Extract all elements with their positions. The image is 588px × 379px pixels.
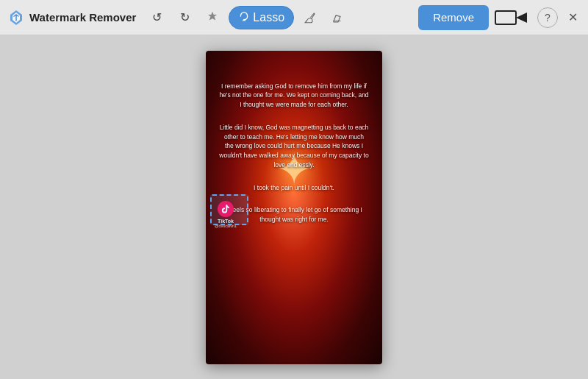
- svg-marker-1: [516, 13, 527, 23]
- arrow-indicator: [495, 7, 527, 28]
- redo-icon: ↻: [180, 10, 190, 24]
- canvas-area: I remember asking God to remove him from…: [0, 35, 588, 379]
- eraser-tool-button[interactable]: [326, 6, 350, 29]
- undo-button[interactable]: ↺: [145, 6, 168, 29]
- lasso-selection: [210, 194, 248, 225]
- image-background: I remember asking God to remove him from…: [206, 51, 382, 364]
- redo-button[interactable]: ↻: [173, 6, 196, 29]
- undo-icon: ↺: [152, 10, 162, 24]
- pin-tool-button[interactable]: [201, 6, 224, 29]
- text-block-2: Little did I know, God was magnetting us…: [219, 123, 369, 170]
- brush-tool-button[interactable]: [298, 6, 322, 29]
- help-button[interactable]: ?: [537, 7, 558, 28]
- lasso-tool-button[interactable]: Lasso: [229, 6, 294, 29]
- brush-icon: [304, 11, 317, 24]
- app-logo: Watermark Remover: [7, 9, 136, 26]
- toolbar: Watermark Remover ↺ ↻ Lasso: [0, 0, 588, 35]
- remove-label: Remove: [433, 11, 474, 24]
- app-title: Watermark Remover: [29, 11, 136, 24]
- lasso-icon: [238, 10, 250, 24]
- svg-rect-0: [495, 11, 516, 24]
- remove-button[interactable]: Remove: [418, 5, 489, 30]
- close-icon: ✕: [568, 11, 578, 24]
- image-container[interactable]: I remember asking God to remove him from…: [206, 51, 382, 364]
- pin-icon: [206, 11, 219, 24]
- help-icon: ?: [545, 12, 551, 24]
- lasso-label: Lasso: [253, 11, 284, 24]
- text-block-1: I remember asking God to remove him from…: [219, 82, 369, 110]
- text-block-3: I took the pain until I couldn't.: [254, 183, 334, 193]
- close-button[interactable]: ✕: [565, 7, 581, 27]
- app-logo-icon: [7, 9, 25, 26]
- eraser-icon: [331, 11, 345, 24]
